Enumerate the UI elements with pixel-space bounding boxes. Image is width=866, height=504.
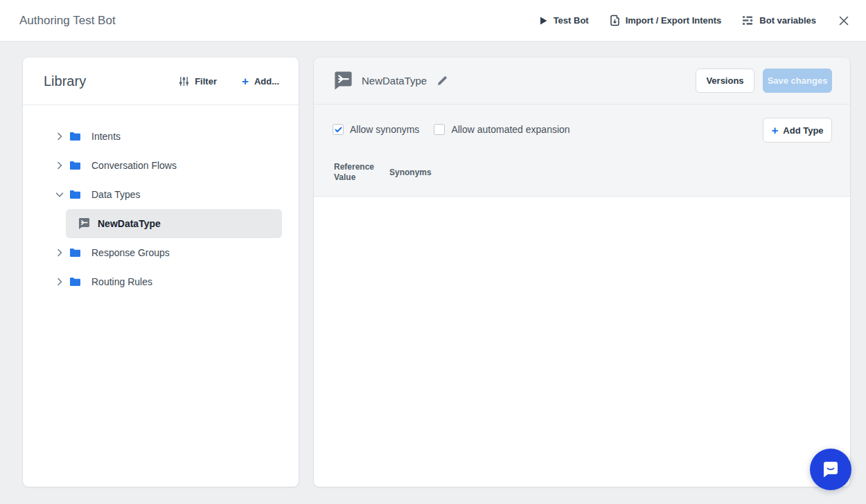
table-header: Reference Value Synonyms: [314, 143, 850, 183]
chevron-down-icon: [54, 192, 65, 197]
tree-item-intents[interactable]: Intents: [23, 122, 299, 151]
tree-item-data-types[interactable]: Data Types: [23, 180, 299, 209]
table-body-empty: [314, 196, 850, 487]
variables-icon: [742, 15, 754, 26]
allow-automated-expansion-checkbox[interactable]: Allow automated expansion: [434, 124, 569, 135]
add-type-button[interactable]: + Add Type: [763, 118, 832, 143]
library-tree: Intents Conversation Flows Data Types: [23, 105, 299, 296]
tree-item-label: Response Groups: [91, 247, 170, 258]
test-bot-label: Test Bot: [554, 15, 589, 26]
plus-icon: +: [771, 125, 778, 136]
edit-name-pencil-icon[interactable]: [436, 75, 448, 87]
filter-label: Filter: [195, 76, 217, 87]
tree-item-label: Intents: [91, 131, 121, 142]
filter-icon: [179, 76, 189, 87]
add-label: Add...: [254, 76, 279, 87]
tree-item-newdatatype-selected[interactable]: NewDataType: [66, 209, 282, 238]
library-header: Library Filter + Add...: [23, 57, 299, 105]
bot-variables-label: Bot variables: [759, 15, 816, 26]
checkbox-checked-icon: [333, 124, 344, 135]
tree-item-label: Routing Rules: [91, 276, 152, 287]
data-type-badge-icon: [333, 71, 354, 91]
import-export-intents-button[interactable]: Import / Export Intents: [610, 15, 722, 26]
chevron-right-icon: [54, 132, 65, 141]
editor-controls: Allow synonyms Allow automated expansion…: [314, 105, 850, 143]
versions-button[interactable]: Versions: [696, 69, 754, 93]
top-bar: Authoring Test Bot Test Bot Import / Exp…: [0, 0, 866, 42]
tree-item-label: NewDataType: [98, 218, 161, 229]
add-button[interactable]: + Add...: [242, 75, 279, 87]
chevron-right-icon: [54, 249, 65, 257]
data-type-name: NewDataType: [362, 75, 427, 87]
chat-bubble-icon: [820, 459, 841, 480]
chevron-right-icon: [54, 278, 65, 286]
save-changes-button[interactable]: Save changes: [763, 69, 832, 93]
library-title: Library: [44, 73, 86, 89]
checkbox-unchecked-icon: [434, 124, 445, 135]
editor-header: NewDataType Versions Save changes: [314, 57, 850, 105]
folder-icon: [69, 277, 81, 287]
allow-synonyms-label: Allow synonyms: [350, 124, 419, 135]
tree-item-response-groups[interactable]: Response Groups: [23, 238, 299, 267]
folder-icon: [69, 190, 81, 199]
bot-title: Authoring Test Bot: [19, 14, 116, 28]
import-export-icon: [610, 15, 620, 26]
test-bot-button[interactable]: Test Bot: [539, 15, 589, 26]
chat-launcher-button[interactable]: [810, 449, 851, 490]
bot-variables-button[interactable]: Bot variables: [742, 15, 816, 26]
tree-item-conversation-flows[interactable]: Conversation Flows: [23, 151, 299, 180]
folder-icon: [69, 132, 81, 141]
data-type-icon: [78, 217, 91, 230]
add-type-label: Add Type: [783, 125, 823, 136]
tree-item-label: Data Types: [91, 189, 141, 200]
column-reference-value: Reference Value: [334, 162, 389, 183]
allow-synonyms-checkbox[interactable]: Allow synonyms: [333, 124, 419, 135]
tree-item-routing-rules[interactable]: Routing Rules: [23, 267, 299, 296]
allow-automated-expansion-label: Allow automated expansion: [451, 124, 569, 135]
close-button[interactable]: [838, 15, 849, 26]
import-export-label: Import / Export Intents: [626, 15, 722, 26]
folder-icon: [69, 248, 81, 258]
data-type-editor-panel: NewDataType Versions Save changes Allow …: [314, 57, 850, 487]
play-icon: [539, 16, 548, 26]
tree-item-label: Conversation Flows: [91, 160, 177, 171]
folder-icon: [69, 161, 81, 170]
column-synonyms: Synonyms: [389, 168, 432, 177]
library-panel: Library Filter + Add...: [23, 57, 299, 487]
close-icon: [838, 15, 849, 26]
plus-icon: +: [242, 75, 249, 87]
topbar-actions: Test Bot Import / Export Intents Bot v: [539, 15, 849, 26]
filter-button[interactable]: Filter: [179, 76, 217, 87]
chevron-right-icon: [54, 161, 65, 170]
